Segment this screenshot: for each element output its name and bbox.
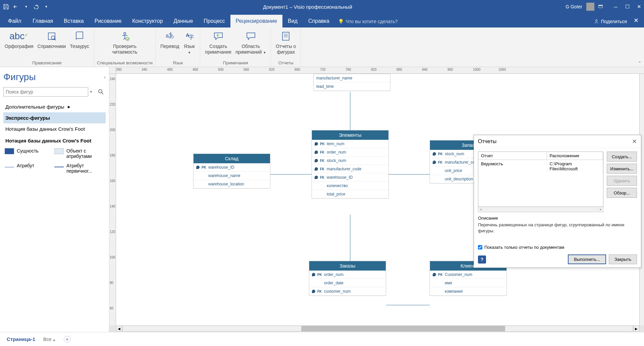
share-icon <box>594 19 599 24</box>
tab-file[interactable]: Файл <box>2 15 27 27</box>
tab-review[interactable]: Рецензирование <box>230 15 283 27</box>
horizontal-ruler: 2803404004605005606206807207808208809409… <box>116 67 644 74</box>
titlebar: ▼ ▼ Документ1 – Visio профессиональный G… <box>0 0 644 13</box>
user-name[interactable]: G Goter <box>566 4 582 9</box>
comments-pane-button[interactable]: Область примечаний ▼ <box>233 29 268 56</box>
language-button[interactable]: A字Язык▼ <box>181 29 197 56</box>
comments-pane-icon <box>245 30 257 42</box>
scroll-track[interactable] <box>122 326 633 332</box>
stencil-entity-attrs[interactable]: Объект с атрибутами <box>53 146 103 161</box>
group-title-reports: Отчеты <box>278 60 293 66</box>
svg-point-6 <box>124 33 126 35</box>
search-dropdown-icon[interactable]: ▼ <box>90 87 95 97</box>
report-create-button[interactable]: Создать... <box>607 152 637 162</box>
page-add-icon[interactable]: + <box>64 336 70 343</box>
scroll-right-icon[interactable]: ▶ <box>633 326 639 332</box>
ribbon-display-icon[interactable] <box>598 3 603 10</box>
vertical-ruler: 2402202001801601401201008060 <box>109 74 116 325</box>
tab-view[interactable]: Вид <box>282 15 303 27</box>
avatar[interactable] <box>586 3 594 11</box>
translate-button[interactable]: aあПеревод <box>158 29 181 51</box>
stencil-entity[interactable]: Сущность <box>3 146 53 161</box>
thesaurus-icon <box>73 30 86 42</box>
group-title-accessibility: Специальные возможности <box>97 60 153 66</box>
redo-icon[interactable] <box>33 3 40 10</box>
report-browse-button[interactable]: Обзор... <box>607 188 637 198</box>
save-icon[interactable] <box>3 3 9 10</box>
svg-point-16 <box>99 90 102 93</box>
shape-reports-button[interactable]: Отчеты о фигурах <box>274 29 298 56</box>
horizontal-scrollbar[interactable]: ◀ ▶ <box>116 325 639 332</box>
quick-shapes-item[interactable]: Экспресс-фигуры <box>3 112 106 123</box>
shapes-title: Фигуры ‹ <box>3 70 106 87</box>
crowsfoot-item[interactable]: Нотация базы данных Crow's Foot <box>3 123 106 134</box>
share-button[interactable]: Поделиться <box>590 15 630 27</box>
tab-process[interactable]: Процесс <box>198 15 230 27</box>
tab-draw[interactable]: Рисование <box>89 15 127 27</box>
shapes-collapse-icon[interactable]: ‹ <box>104 74 106 80</box>
reports-dialog: Отчеты ✕ Отчет Расположение Ведомость C:… <box>474 135 641 268</box>
entity-orders[interactable]: Заказы PKorder_num order_date FKcustomer… <box>309 261 386 296</box>
stencil-pk-attribute[interactable]: Атрибут первичног... <box>53 161 103 176</box>
stencil-attribute[interactable]: Атрибут <box>3 161 53 176</box>
search-icon[interactable] <box>96 87 106 97</box>
reports-scroll-right-icon[interactable]: › <box>598 208 603 211</box>
report-run-button[interactable]: Выполнить... <box>568 254 606 264</box>
reports-hscroll[interactable]: ‹ › <box>478 207 603 212</box>
tab-help[interactable]: Справка <box>303 15 335 27</box>
quick-access-toolbar: ▼ ▼ <box>3 3 50 10</box>
tab-home[interactable]: Главная <box>27 15 58 27</box>
svg-rect-1 <box>599 5 602 6</box>
collapse-ribbon-icon[interactable]: ⌃ <box>638 61 641 65</box>
page-tab-1[interactable]: Страница-1 <box>7 336 35 342</box>
reports-col-name: Отчет <box>478 152 547 160</box>
close-ribbon-icon[interactable]: ✕ <box>630 13 642 27</box>
thesaurus-button[interactable]: Тезаурус <box>68 29 91 51</box>
share-label: Поделиться <box>601 19 627 24</box>
svg-point-7 <box>126 37 129 41</box>
research-button[interactable]: Справочники <box>36 29 68 51</box>
qat-dropdown-icon[interactable]: ▼ <box>43 3 50 10</box>
reports-close-icon[interactable]: ✕ <box>632 138 637 145</box>
window-title: Документ1 – Visio профессиональный <box>50 4 566 10</box>
minimize-icon[interactable]: ─ <box>613 3 618 10</box>
reports-scroll-left-icon[interactable]: ‹ <box>478 208 484 211</box>
entity-elements-title: Элементы <box>312 130 388 140</box>
report-edit-button[interactable]: Изменить... <box>607 164 637 174</box>
ribbon: abc✓Орфография Справочники Тезаурус Прав… <box>0 27 644 67</box>
tab-data[interactable]: Данные <box>168 15 199 27</box>
entity-warehouse[interactable]: Склад PKwarehouse_ID warehouse_name ware… <box>193 154 270 188</box>
reports-table[interactable]: Отчет Расположение Ведомость C:\Program … <box>478 152 603 207</box>
spelling-button[interactable]: abc✓Орфография <box>3 29 36 51</box>
main-area: Фигуры ‹ ▼ Дополнительные фигуры ▶ Экспр… <box>0 67 644 332</box>
shape-reports-icon <box>280 30 292 42</box>
scroll-left-icon[interactable]: ◀ <box>116 326 122 332</box>
svg-point-4 <box>51 36 55 39</box>
group-title-language: Язык <box>173 60 183 66</box>
research-icon <box>46 30 58 42</box>
search-input[interactable] <box>3 87 88 97</box>
report-delete-button[interactable]: Удалить <box>607 176 637 186</box>
more-shapes-item[interactable]: Дополнительные фигуры ▶ <box>3 101 106 112</box>
ribbon-group-proofing: abc✓Орфография Справочники Тезаурус Прав… <box>0 27 94 67</box>
reports-row[interactable]: Ведомость C:\Program Files\Microsoft <box>478 160 603 173</box>
user-area: G Goter ─ ☐ ✕ <box>566 3 641 11</box>
tab-design[interactable]: Конструктор <box>127 15 168 27</box>
undo-dropdown-icon[interactable]: ▼ <box>23 3 30 10</box>
tell-me[interactable]: 💡 Что вы хотите сделать? <box>335 15 401 27</box>
undo-icon[interactable] <box>13 3 19 10</box>
new-comment-button[interactable]: +Создать примечание <box>203 29 233 56</box>
page-all-button[interactable]: Все ▲ <box>43 337 56 342</box>
entity-partial[interactable]: manufacturer_name lead_time <box>313 74 390 91</box>
reports-filter-checkbox[interactable] <box>478 245 482 249</box>
maximize-icon[interactable]: ☐ <box>625 3 630 10</box>
report-close-button[interactable]: Закрыть <box>609 254 637 264</box>
help-icon[interactable]: ? <box>478 255 486 264</box>
close-icon[interactable]: ✕ <box>637 3 641 10</box>
new-comment-icon: + <box>212 30 224 42</box>
scroll-thumb[interactable] <box>301 326 505 331</box>
stencil-title: Нотация базы данных Crow's Foot <box>3 134 106 146</box>
accessibility-button[interactable]: Проверить читаемость <box>110 29 139 56</box>
entity-elements[interactable]: Элементы PKitem_num FKorder_num FKstock_… <box>312 130 389 198</box>
tab-insert[interactable]: Вставка <box>58 15 89 27</box>
